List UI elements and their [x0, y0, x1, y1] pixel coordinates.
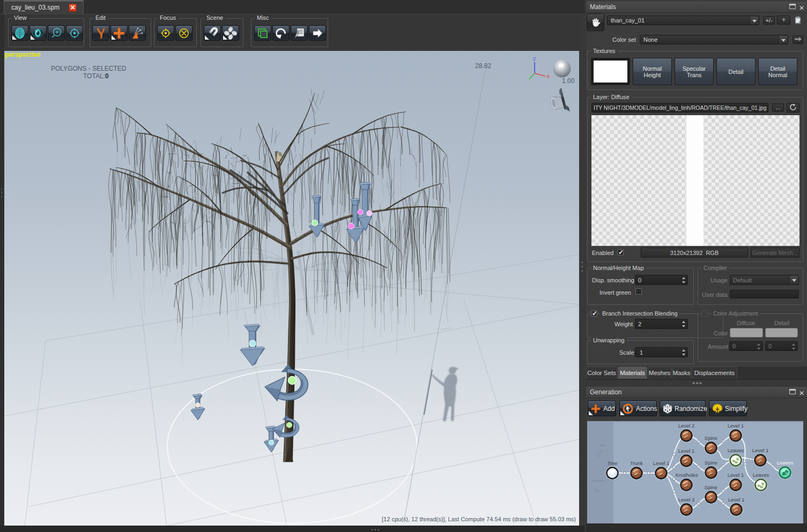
svg-text:Leaves: Leaves	[728, 447, 744, 453]
svg-text:Z: Z	[533, 56, 536, 62]
svg-text:Level 2: Level 2	[678, 423, 695, 429]
svg-text:Level 1: Level 1	[678, 448, 695, 454]
svg-text:Level 1: Level 1	[752, 447, 769, 453]
svg-text:Root Node: Root Node	[591, 479, 604, 482]
svg-text:Spine: Spine	[705, 435, 717, 441]
svg-text:Tree: Tree	[599, 444, 606, 447]
svg-text:X: X	[546, 74, 550, 79]
svg-text:Leaves: Leaves	[777, 460, 794, 466]
svg-text:Spine: Spine	[705, 460, 717, 466]
svg-text:Spine: Spine	[705, 484, 717, 490]
svg-text:Leaves: Leaves	[753, 472, 769, 478]
svg-text:Level 1: Level 1	[728, 423, 744, 429]
svg-text:Knotholes: Knotholes	[676, 472, 699, 478]
svg-text:Level 1: Level 1	[728, 472, 744, 478]
svg-text:Trunk: Trunk	[630, 460, 643, 466]
svg-text:Tree: Tree	[607, 460, 617, 466]
svg-text:Level 1: Level 1	[653, 460, 670, 466]
svg-text:Level 1: Level 1	[728, 497, 745, 503]
svg-text:Level 2: Level 2	[678, 497, 695, 503]
